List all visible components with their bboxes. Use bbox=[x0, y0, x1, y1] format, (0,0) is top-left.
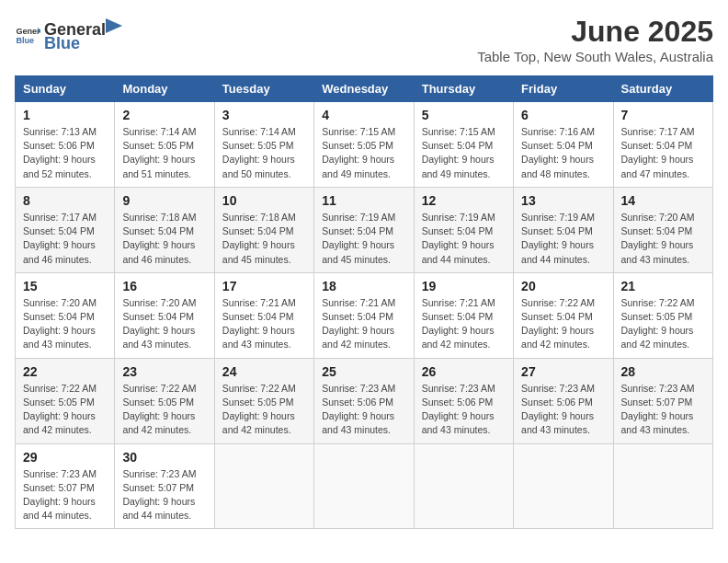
day-cell: 29 Sunrise: 7:23 AM Sunset: 5:07 PM Dayl… bbox=[16, 443, 115, 529]
svg-marker-3 bbox=[106, 18, 122, 33]
day-cell: 23 Sunrise: 7:22 AM Sunset: 5:05 PM Dayl… bbox=[115, 358, 214, 443]
day-info: Sunrise: 7:17 AM Sunset: 5:04 PM Dayligh… bbox=[23, 211, 107, 267]
day-number: 27 bbox=[521, 364, 605, 379]
day-number: 21 bbox=[621, 279, 705, 293]
day-info: Sunrise: 7:23 AM Sunset: 5:07 PM Dayligh… bbox=[621, 382, 705, 438]
th-saturday: Saturday bbox=[613, 76, 712, 102]
day-number: 1 bbox=[23, 108, 107, 122]
day-cell bbox=[414, 443, 513, 529]
day-info: Sunrise: 7:21 AM Sunset: 5:04 PM Dayligh… bbox=[422, 296, 506, 352]
day-number: 15 bbox=[23, 279, 107, 293]
day-cell: 28 Sunrise: 7:23 AM Sunset: 5:07 PM Dayl… bbox=[613, 358, 712, 443]
day-info: Sunrise: 7:18 AM Sunset: 5:04 PM Dayligh… bbox=[222, 211, 306, 267]
header-row: Sunday Monday Tuesday Wednesday Thursday… bbox=[16, 76, 713, 102]
day-number: 24 bbox=[222, 364, 306, 379]
day-info: Sunrise: 7:20 AM Sunset: 5:04 PM Dayligh… bbox=[23, 296, 107, 352]
th-monday: Monday bbox=[115, 76, 214, 102]
day-number: 23 bbox=[122, 364, 206, 379]
day-number: 8 bbox=[23, 193, 107, 208]
day-number: 30 bbox=[122, 450, 206, 465]
title-area: June 2025 Table Top, New South Wales, Au… bbox=[477, 15, 713, 64]
week-row-3: 15 Sunrise: 7:20 AM Sunset: 5:04 PM Dayl… bbox=[16, 272, 713, 358]
day-number: 2 bbox=[122, 108, 206, 122]
day-cell: 24 Sunrise: 7:22 AM Sunset: 5:05 PM Dayl… bbox=[214, 358, 313, 443]
day-cell bbox=[514, 443, 613, 529]
day-info: Sunrise: 7:19 AM Sunset: 5:04 PM Dayligh… bbox=[422, 211, 506, 267]
day-number: 12 bbox=[422, 193, 506, 208]
calendar-table: Sunday Monday Tuesday Wednesday Thursday… bbox=[15, 75, 713, 529]
day-cell: 1 Sunrise: 7:13 AM Sunset: 5:06 PM Dayli… bbox=[16, 102, 115, 188]
logo-arrow-icon bbox=[106, 15, 122, 35]
day-cell: 18 Sunrise: 7:21 AM Sunset: 5:04 PM Dayl… bbox=[314, 272, 414, 358]
day-cell: 14 Sunrise: 7:20 AM Sunset: 5:04 PM Dayl… bbox=[613, 187, 712, 272]
day-cell: 20 Sunrise: 7:22 AM Sunset: 5:04 PM Dayl… bbox=[514, 272, 613, 358]
day-cell: 10 Sunrise: 7:18 AM Sunset: 5:04 PM Dayl… bbox=[214, 187, 313, 272]
day-cell: 2 Sunrise: 7:14 AM Sunset: 5:05 PM Dayli… bbox=[115, 102, 214, 188]
day-number: 9 bbox=[122, 193, 206, 208]
day-info: Sunrise: 7:14 AM Sunset: 5:05 PM Dayligh… bbox=[122, 125, 206, 181]
day-number: 17 bbox=[222, 279, 306, 293]
day-number: 5 bbox=[422, 108, 506, 122]
day-number: 14 bbox=[621, 193, 705, 208]
day-info: Sunrise: 7:18 AM Sunset: 5:04 PM Dayligh… bbox=[122, 211, 206, 267]
day-cell: 12 Sunrise: 7:19 AM Sunset: 5:04 PM Dayl… bbox=[414, 187, 513, 272]
day-info: Sunrise: 7:13 AM Sunset: 5:06 PM Dayligh… bbox=[23, 125, 107, 181]
day-info: Sunrise: 7:19 AM Sunset: 5:04 PM Dayligh… bbox=[521, 211, 605, 267]
day-cell: 4 Sunrise: 7:15 AM Sunset: 5:05 PM Dayli… bbox=[314, 102, 414, 188]
th-sunday: Sunday bbox=[16, 76, 115, 102]
day-info: Sunrise: 7:22 AM Sunset: 5:05 PM Dayligh… bbox=[23, 382, 107, 438]
day-info: Sunrise: 7:17 AM Sunset: 5:04 PM Dayligh… bbox=[621, 125, 705, 181]
week-row-4: 22 Sunrise: 7:22 AM Sunset: 5:05 PM Dayl… bbox=[16, 358, 713, 443]
day-info: Sunrise: 7:15 AM Sunset: 5:05 PM Dayligh… bbox=[322, 125, 405, 181]
day-info: Sunrise: 7:20 AM Sunset: 5:04 PM Dayligh… bbox=[122, 296, 206, 352]
day-info: Sunrise: 7:21 AM Sunset: 5:04 PM Dayligh… bbox=[222, 296, 306, 352]
day-number: 20 bbox=[521, 279, 605, 293]
month-title: June 2025 bbox=[477, 15, 713, 49]
day-number: 18 bbox=[322, 279, 405, 293]
day-number: 28 bbox=[621, 364, 705, 379]
day-cell: 8 Sunrise: 7:17 AM Sunset: 5:04 PM Dayli… bbox=[16, 187, 115, 272]
week-row-2: 8 Sunrise: 7:17 AM Sunset: 5:04 PM Dayli… bbox=[16, 187, 713, 272]
day-cell bbox=[613, 443, 712, 529]
day-number: 7 bbox=[621, 108, 705, 122]
day-number: 6 bbox=[521, 108, 605, 122]
day-number: 16 bbox=[122, 279, 206, 293]
svg-text:Blue: Blue bbox=[16, 36, 34, 45]
day-cell: 30 Sunrise: 7:23 AM Sunset: 5:07 PM Dayl… bbox=[115, 443, 214, 529]
header: General Blue General Blue June 2025 Tabl… bbox=[15, 15, 713, 64]
day-cell bbox=[314, 443, 414, 529]
day-cell: 21 Sunrise: 7:22 AM Sunset: 5:05 PM Dayl… bbox=[613, 272, 712, 358]
day-number: 13 bbox=[521, 193, 605, 208]
th-friday: Friday bbox=[514, 76, 613, 102]
day-cell: 15 Sunrise: 7:20 AM Sunset: 5:04 PM Dayl… bbox=[16, 272, 115, 358]
day-info: Sunrise: 7:22 AM Sunset: 5:05 PM Dayligh… bbox=[122, 382, 206, 438]
day-cell: 17 Sunrise: 7:21 AM Sunset: 5:04 PM Dayl… bbox=[214, 272, 313, 358]
th-wednesday: Wednesday bbox=[314, 76, 414, 102]
day-cell: 11 Sunrise: 7:19 AM Sunset: 5:04 PM Dayl… bbox=[314, 187, 414, 272]
day-cell: 9 Sunrise: 7:18 AM Sunset: 5:04 PM Dayli… bbox=[115, 187, 214, 272]
week-row-1: 1 Sunrise: 7:13 AM Sunset: 5:06 PM Dayli… bbox=[16, 102, 713, 188]
day-cell: 19 Sunrise: 7:21 AM Sunset: 5:04 PM Dayl… bbox=[414, 272, 513, 358]
day-cell: 22 Sunrise: 7:22 AM Sunset: 5:05 PM Dayl… bbox=[16, 358, 115, 443]
day-info: Sunrise: 7:23 AM Sunset: 5:06 PM Dayligh… bbox=[521, 382, 605, 438]
day-info: Sunrise: 7:23 AM Sunset: 5:07 PM Dayligh… bbox=[122, 467, 206, 523]
day-cell: 7 Sunrise: 7:17 AM Sunset: 5:04 PM Dayli… bbox=[613, 102, 712, 188]
day-cell: 27 Sunrise: 7:23 AM Sunset: 5:06 PM Dayl… bbox=[514, 358, 613, 443]
day-cell: 25 Sunrise: 7:23 AM Sunset: 5:06 PM Dayl… bbox=[314, 358, 414, 443]
day-info: Sunrise: 7:23 AM Sunset: 5:07 PM Dayligh… bbox=[23, 467, 107, 523]
day-number: 4 bbox=[322, 108, 405, 122]
svg-text:General: General bbox=[16, 27, 40, 36]
day-number: 19 bbox=[422, 279, 506, 293]
day-cell: 13 Sunrise: 7:19 AM Sunset: 5:04 PM Dayl… bbox=[514, 187, 613, 272]
day-info: Sunrise: 7:22 AM Sunset: 5:04 PM Dayligh… bbox=[521, 296, 605, 352]
week-row-5: 29 Sunrise: 7:23 AM Sunset: 5:07 PM Dayl… bbox=[16, 443, 713, 529]
day-number: 25 bbox=[322, 364, 405, 379]
day-info: Sunrise: 7:23 AM Sunset: 5:06 PM Dayligh… bbox=[422, 382, 506, 438]
th-thursday: Thursday bbox=[414, 76, 513, 102]
logo: General Blue General Blue bbox=[15, 15, 122, 53]
day-number: 11 bbox=[322, 193, 405, 208]
logo-icon: General Blue bbox=[15, 21, 40, 47]
th-tuesday: Tuesday bbox=[214, 76, 313, 102]
day-cell bbox=[214, 443, 313, 529]
day-info: Sunrise: 7:14 AM Sunset: 5:05 PM Dayligh… bbox=[222, 125, 306, 181]
